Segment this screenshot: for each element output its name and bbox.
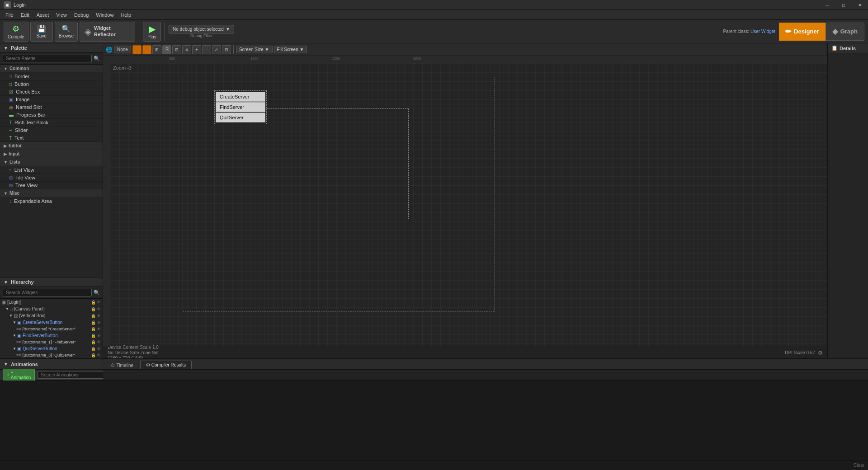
color-orange-btn[interactable] <box>132 45 142 54</box>
grid2-btn[interactable]: ⊟ <box>172 45 181 54</box>
canvas-lock-icon[interactable]: 🔒 <box>91 307 96 311</box>
palette-item-border[interactable]: □ Border <box>0 73 103 80</box>
compile-button[interactable]: ⚙ Compile <box>4 22 28 42</box>
palette-collapse-icon[interactable]: ▼ <box>4 46 8 51</box>
palette-category-misc[interactable]: ▼ Misc <box>0 189 103 197</box>
menu-view[interactable]: View <box>52 11 71 19</box>
globe-icon[interactable]: 🌐 <box>106 47 113 53</box>
cs-eye-icon[interactable]: 👁 <box>97 320 101 325</box>
maximize-button[interactable]: □ <box>835 0 852 10</box>
lock-icon[interactable]: 🔒 <box>91 300 96 305</box>
hierarchy-item-buttonname-createserver[interactable]: ≡≡ [ButtonName] "CreateServer" 🔒 👁 <box>0 326 103 332</box>
animations-collapse-icon[interactable]: ▼ <box>4 362 8 367</box>
palette-category-lists[interactable]: ▼ Lists <box>0 158 103 166</box>
graph-tab-button[interactable]: ◈ Graph <box>826 23 864 41</box>
palette-item-progress-bar[interactable]: ▬ Progress Bar <box>0 111 103 119</box>
compiler-results-icon: ⚙ <box>146 362 150 367</box>
menu-window[interactable]: Window <box>92 11 117 19</box>
play-button[interactable]: ▶ Play <box>143 22 161 42</box>
palette-category-input[interactable]: ▶ Input <box>0 150 103 158</box>
bcs-lock-icon[interactable]: 🔒 <box>91 327 96 331</box>
search-hierarchy-input[interactable] <box>3 289 92 296</box>
focus-btn[interactable]: ⊡ <box>222 45 231 54</box>
palette-item-rich-text-block[interactable]: T Rich Text Block <box>0 119 103 127</box>
palette-item-button[interactable]: □ Button <box>0 80 103 88</box>
search-palette-input[interactable] <box>3 55 92 62</box>
canvas-eye-icon[interactable]: 👁 <box>97 307 101 311</box>
palette-item-tree-view[interactable]: ⊟ Tree View <box>0 182 103 189</box>
hierarchy-item-buttonname-findserver[interactable]: ≡≡ [ButtonName_1] "FindServer" 🔒 👁 <box>0 339 103 345</box>
browse-button[interactable]: 🔍 Browse <box>55 22 78 42</box>
center-canvas[interactable]: 🌐 None ⊞ R ⊟ 4 + − ⤢ ⊡ Screen Size ▼ Fil… <box>103 43 827 358</box>
vbox-lock-icon[interactable]: 🔒 <box>91 314 96 318</box>
plus-btn[interactable]: + <box>192 45 201 54</box>
dpi-settings-icon[interactable]: ⚙ <box>818 350 823 356</box>
palette-item-expandable-area[interactable]: ↕ Expandable Area <box>0 197 103 205</box>
debug-dropdown[interactable]: No debug object selected ▼ <box>169 25 234 33</box>
palette-category-common[interactable]: ▼ Common <box>0 65 103 73</box>
tab-timeline[interactable]: ⏱ Timeline <box>105 361 139 369</box>
search-animations-input[interactable] <box>38 371 110 379</box>
color-orange2-btn[interactable] <box>142 45 151 54</box>
hierarchy-item-createserver-btn[interactable]: ▼ ▣ CreateServerButton 🔒 👁 <box>0 319 103 326</box>
hierarchy-collapse-icon[interactable]: ▼ <box>4 280 8 285</box>
menu-file[interactable]: File <box>2 11 17 19</box>
minus-btn[interactable]: − <box>202 45 211 54</box>
clear-button[interactable]: Clear <box>854 463 864 468</box>
grid-btn[interactable]: ⊞ <box>152 45 161 54</box>
bqs-lock-icon[interactable]: 🔒 <box>91 353 96 357</box>
palette-item-slider[interactable]: ─ Slider <box>0 127 103 134</box>
num4-btn[interactable]: 4 <box>182 45 191 54</box>
menu-help[interactable]: Help <box>117 11 135 19</box>
vbox-arrow: ▼ <box>9 314 13 318</box>
create-server-widget-btn[interactable]: CreateServer <box>216 92 265 102</box>
hierarchy-item-findserver-btn[interactable]: ▼ ▣ FindServerButton 🔒 👁 <box>0 332 103 339</box>
eye-icon[interactable]: 👁 <box>97 300 101 305</box>
bqs-eye-icon[interactable]: 👁 <box>97 353 101 357</box>
cs-lock-icon[interactable]: 🔒 <box>91 320 96 325</box>
bfs-eye-icon[interactable]: 👁 <box>97 340 101 344</box>
designer-tab-button[interactable]: ✏ Designer <box>779 23 826 41</box>
save-button[interactable]: 💾 Save <box>30 22 53 42</box>
tab-compiler-results[interactable]: ⚙ Compiler Results <box>140 361 192 369</box>
palette-item-checkbox[interactable]: ☑ Check Box <box>0 88 103 96</box>
quit-server-widget-btn[interactable]: QuitServer <box>216 113 265 122</box>
widget-reflector-button[interactable]: ◈ Widget Reflector <box>80 22 135 42</box>
minimize-button[interactable]: ─ <box>819 0 835 10</box>
image-icon: ▣ <box>9 97 13 102</box>
fs-lock-icon[interactable]: 🔒 <box>91 334 96 338</box>
hierarchy-item-canvas-panel[interactable]: ▼ □ [Canvas Panel] 🔒 👁 <box>0 306 103 312</box>
close-button[interactable]: ✕ <box>852 0 868 10</box>
canvas-grid-area[interactable]: CreateServer FindServer QuitServer <box>110 63 827 347</box>
find-server-widget-btn[interactable]: FindServer <box>216 102 265 112</box>
r-button[interactable]: R <box>162 45 171 54</box>
fill-screen-dropdown[interactable]: Fill Screen ▼ <box>274 46 307 53</box>
hierarchy-item-login[interactable]: ▣ [Login] 🔒 👁 <box>0 299 103 306</box>
palette-category-editor[interactable]: ▶ Editor <box>0 142 103 150</box>
screen-size-dropdown[interactable]: Screen Size ▼ <box>236 46 273 53</box>
palette-item-list-view[interactable]: ≡ List View <box>0 166 103 174</box>
fs-eye-icon[interactable]: 👁 <box>97 334 101 338</box>
none-button[interactable]: None <box>114 46 131 53</box>
palette-item-text[interactable]: T Text <box>0 134 103 142</box>
search-palette-icon[interactable]: 🔍 <box>94 56 100 61</box>
hierarchy-item-buttonname-quitserver[interactable]: ≡≡ [ButtonName_3] "QuitServer" 🔒 👁 <box>0 352 103 358</box>
palette-item-tile-view[interactable]: ⊞ Tile View <box>0 174 103 182</box>
vbox-eye-icon[interactable]: 👁 <box>97 314 101 318</box>
hierarchy-item-vertical-box[interactable]: ▼ ▥ [Vertical Box] 🔒 👁 <box>0 312 103 319</box>
menu-debug[interactable]: Debug <box>71 11 92 19</box>
hierarchy-item-quitserver-btn[interactable]: ▼ ▣ QuitServerButton 🔒 👁 <box>0 345 103 352</box>
compile-label: Compile <box>8 34 24 39</box>
menu-edit[interactable]: Edit <box>17 11 33 19</box>
palette-item-named-slot[interactable]: ◎ Named Slot <box>0 103 103 111</box>
expand-btn[interactable]: ⤢ <box>212 45 221 54</box>
search-hierarchy-icon[interactable]: 🔍 <box>94 290 100 296</box>
color-buttons: ⊞ R ⊟ 4 + − ⤢ ⊡ <box>132 45 231 54</box>
qs-lock-icon[interactable]: 🔒 <box>91 347 96 351</box>
qs-eye-icon[interactable]: 👁 <box>97 347 101 351</box>
bcs-eye-icon[interactable]: 👁 <box>97 327 101 331</box>
palette-item-image[interactable]: ▣ Image <box>0 96 103 103</box>
bfs-lock-icon[interactable]: 🔒 <box>91 340 96 344</box>
menu-asset[interactable]: Asset <box>33 11 53 19</box>
add-animation-button[interactable]: + + Animation <box>3 369 35 381</box>
